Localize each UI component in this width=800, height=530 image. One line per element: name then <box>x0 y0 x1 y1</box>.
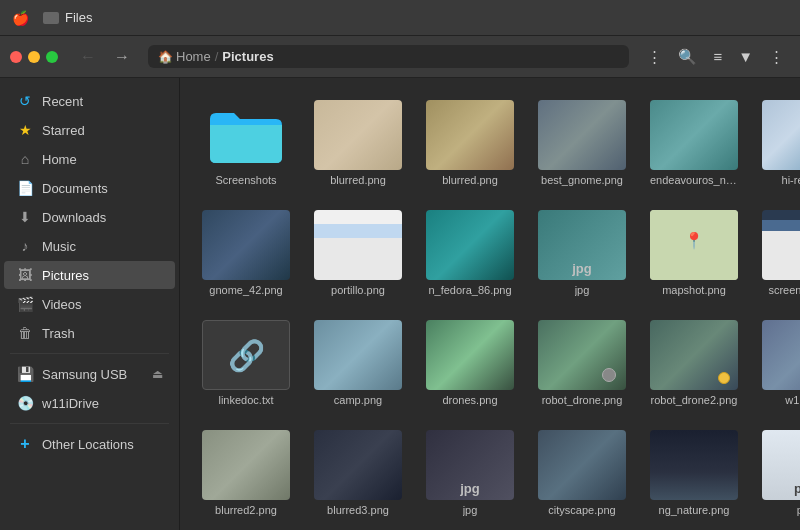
list-item[interactable]: camp.png <box>308 314 408 412</box>
image-thumb <box>426 100 514 170</box>
file-label: endeavouros_n.png <box>650 174 738 186</box>
forward-button[interactable]: → <box>108 46 136 68</box>
list-item[interactable]: 🔗 linkedoc.txt <box>196 314 296 412</box>
menu-button[interactable]: ⋮ <box>641 44 668 70</box>
file-label: mapshot.png <box>662 284 726 296</box>
image-thumb <box>202 210 290 280</box>
file-label: drones.png <box>442 394 497 406</box>
recent-icon: ↺ <box>16 92 34 110</box>
pictures-icon: 🖼 <box>16 266 34 284</box>
type-badge-thumb: jpg <box>538 210 626 280</box>
maximize-button[interactable] <box>46 51 58 63</box>
list-item[interactable]: blurred2.png <box>196 424 296 522</box>
list-item[interactable]: n_fedora_86.png <box>420 204 520 302</box>
list-item[interactable]: png png <box>756 424 800 522</box>
sort-button[interactable]: ▼ <box>732 44 759 69</box>
file-type-badge: png <box>790 477 800 500</box>
sidebar-item-downloads[interactable]: ⬇ Downloads <box>4 203 175 231</box>
paperclip-icon: 🔗 <box>228 338 265 373</box>
list-item[interactable]: hi-res.png <box>756 94 800 192</box>
type-badge-thumb: png <box>762 430 800 500</box>
more-button[interactable]: ⋮ <box>763 44 790 70</box>
list-item[interactable]: jpg jpg <box>532 204 632 302</box>
file-label: n_fedora_86.png <box>428 284 511 296</box>
image-thumb <box>538 320 626 390</box>
list-view-button[interactable]: ≡ <box>707 44 728 69</box>
list-item[interactable]: blurred.png <box>420 94 520 192</box>
file-label: cityscape.png <box>548 504 615 516</box>
file-label: blurred2.png <box>215 504 277 516</box>
file-label: w11.png <box>785 394 800 406</box>
sidebar-item-samsung-usb[interactable]: 💾 Samsung USB ⏏ <box>4 360 175 388</box>
file-label: portillo.png <box>331 284 385 296</box>
sidebar-item-home[interactable]: ⌂ Home <box>4 145 175 173</box>
list-item[interactable]: ng_nature.png <box>644 424 744 522</box>
close-button[interactable] <box>10 51 22 63</box>
sidebar-item-documents[interactable]: 📄 Documents <box>4 174 175 202</box>
back-button[interactable]: ← <box>74 46 102 68</box>
image-thumb <box>314 430 402 500</box>
image-thumb: 📍 <box>650 210 738 280</box>
file-label: robot_drone.png <box>542 394 623 406</box>
file-label: blurred3.png <box>327 504 389 516</box>
music-icon: ♪ <box>16 237 34 255</box>
list-item[interactable]: jpg jpg <box>420 424 520 522</box>
image-thumb <box>650 100 738 170</box>
list-item[interactable]: cityscape.png <box>532 424 632 522</box>
sidebar-item-other-locations[interactable]: + Other Locations <box>4 430 175 458</box>
other-locations-icon: + <box>16 435 34 453</box>
list-item[interactable]: w11.png <box>756 314 800 412</box>
file-label: blurred.png <box>442 174 498 186</box>
list-item[interactable]: endeavouros_n.png <box>644 94 744 192</box>
list-item[interactable]: portillo.png <box>308 204 408 302</box>
sidebar-item-trash[interactable]: 🗑 Trash <box>4 319 175 347</box>
list-item[interactable]: screenshot.png <box>756 204 800 302</box>
videos-icon: 🎬 <box>16 295 34 313</box>
documents-icon: 📄 <box>16 179 34 197</box>
sidebar-item-music[interactable]: ♪ Music <box>4 232 175 260</box>
list-item[interactable]: blurred3.png <box>308 424 408 522</box>
list-item[interactable]: best_gnome.png <box>532 94 632 192</box>
file-label: ng_nature.png <box>659 504 730 516</box>
file-label: best_gnome.png <box>541 174 623 186</box>
usb-drive-icon: 💾 <box>16 365 34 383</box>
folder-thumb-screenshots <box>202 100 290 170</box>
file-item-screenshots[interactable]: Screenshots <box>196 94 296 192</box>
minimize-button[interactable] <box>28 51 40 63</box>
list-item[interactable]: 📍 mapshot.png <box>644 204 744 302</box>
file-label: jpg <box>463 504 478 516</box>
list-item[interactable]: robot_drone.png <box>532 314 632 412</box>
breadcrumb-separator: / <box>215 49 219 64</box>
image-thumb <box>314 210 402 280</box>
list-item[interactable]: blurred.png <box>308 94 408 192</box>
list-item[interactable]: robot_drone2.png <box>644 314 744 412</box>
toolbar-actions: ⋮ 🔍 ≡ ▼ ⋮ <box>641 44 790 70</box>
home-icon: 🏠 <box>158 50 172 64</box>
sidebar-item-recent[interactable]: ↺ Recent <box>4 87 175 115</box>
breadcrumb-current: Pictures <box>222 49 273 64</box>
search-button[interactable]: 🔍 <box>672 44 703 70</box>
file-type-badge: jpg <box>568 257 596 280</box>
file-label: jpg <box>575 284 590 296</box>
downloads-icon: ⬇ <box>16 208 34 226</box>
main-layout: ↺ Recent ★ Starred ⌂ Home 📄 Documents ⬇ … <box>0 78 800 530</box>
image-thumb <box>650 320 738 390</box>
sidebar-item-w11idrive[interactable]: 💿 w11iDrive <box>4 389 175 417</box>
window-icon <box>43 12 59 24</box>
folder-label-screenshots: Screenshots <box>215 174 276 186</box>
type-badge-thumb: jpg <box>426 430 514 500</box>
sidebar-item-pictures[interactable]: 🖼 Pictures <box>4 261 175 289</box>
image-thumb <box>650 430 738 500</box>
image-thumb <box>426 210 514 280</box>
image-thumb <box>762 100 800 170</box>
eject-samsung-button[interactable]: ⏏ <box>152 367 163 381</box>
list-item[interactable]: gnome_42.png <box>196 204 296 302</box>
breadcrumb-home[interactable]: 🏠 Home <box>158 49 211 64</box>
image-thumb <box>538 100 626 170</box>
image-thumb <box>762 210 800 280</box>
content-area: Screenshots blurred.png blurred.png best… <box>180 78 800 530</box>
sidebar-item-videos[interactable]: 🎬 Videos <box>4 290 175 318</box>
sidebar-item-starred[interactable]: ★ Starred <box>4 116 175 144</box>
app-name: Files <box>43 10 92 25</box>
list-item[interactable]: drones.png <box>420 314 520 412</box>
